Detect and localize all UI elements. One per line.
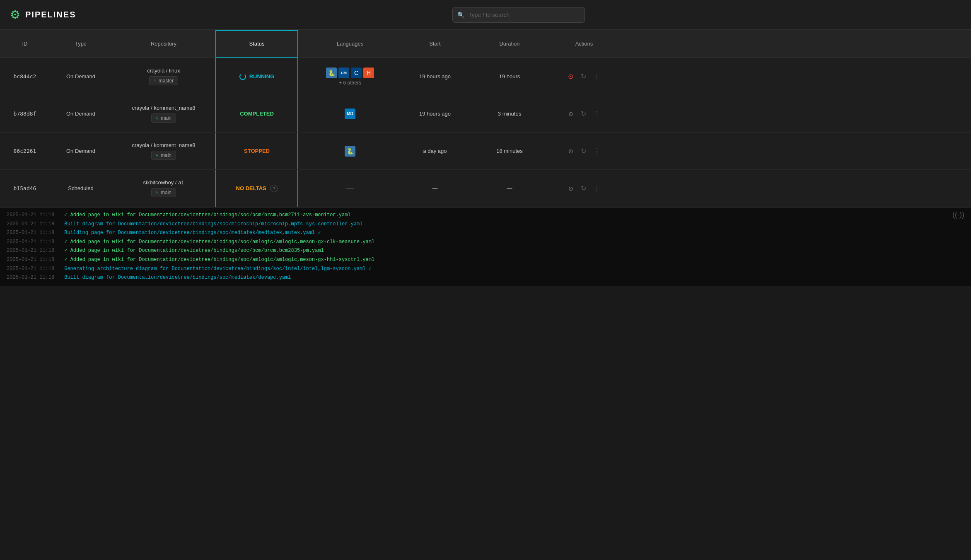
table-row: b788d8fOn Demand crayola / komment_name8… xyxy=(0,95,971,133)
log-panel-wrapper: 2025-01-21 11:18 ✓ Added page in wiki fo… xyxy=(0,207,971,286)
logo-area: ⚙ PIPELINES xyxy=(10,8,76,22)
branch-icon: ⑂ xyxy=(156,153,159,158)
search-bar[interactable]: 🔍 xyxy=(452,7,585,23)
more-button[interactable]: ⋮ xyxy=(592,145,602,157)
log-message: ✓ Added page in wiki for Documentation/d… xyxy=(64,246,324,256)
table-row: 86c2261On Demand crayola / komment_name8… xyxy=(0,133,971,170)
cell-repo: sixbitcowboy / a1 ⑂ main xyxy=(112,174,215,202)
cell-start: a day ago xyxy=(402,143,468,159)
status-stopped: STOPPED xyxy=(244,148,270,154)
branch-icon: ⑂ xyxy=(156,190,159,195)
status-nodeltas: NO DELTAS ? xyxy=(236,185,278,192)
cell-actions: ⊙ ↻ ⋮ xyxy=(551,140,617,162)
cell-languages: 🐍 xyxy=(298,141,402,162)
log-line: 2025-01-21 11:18 Building page for Docum… xyxy=(7,229,964,238)
log-line: 2025-01-21 11:18 ✓ Added page in wiki fo… xyxy=(7,256,964,265)
col-repository: Repository xyxy=(112,41,215,47)
cell-status: STOPPED xyxy=(215,133,298,169)
log-line: 2025-01-21 11:18 Built diagram for Docum… xyxy=(7,273,964,282)
col-id: ID xyxy=(0,41,50,47)
more-button[interactable]: ⋮ xyxy=(592,183,602,194)
branch-name: main xyxy=(161,115,171,121)
cell-status: COMPLETED xyxy=(215,95,298,132)
log-time: 2025-01-21 11:18 xyxy=(7,246,54,256)
cell-start: — xyxy=(402,180,468,196)
cell-status: NO DELTAS ? xyxy=(215,170,298,207)
branch-name: main xyxy=(161,190,171,196)
cell-repo: crayola / komment_name8 ⑂ main xyxy=(112,137,215,165)
log-time: 2025-01-21 11:18 xyxy=(7,229,54,238)
log-time: 2025-01-21 11:18 xyxy=(7,265,54,274)
spinner xyxy=(239,73,246,80)
stop-button[interactable]: ⊙ xyxy=(567,109,575,119)
table-row: bc844c2On Demand crayola / linux ⑂ maste… xyxy=(0,58,971,95)
cell-duration: 18 minutes xyxy=(468,143,551,159)
cell-type: Scheduled xyxy=(50,180,112,196)
cell-duration: 19 hours xyxy=(468,68,551,84)
repo-name: crayola / linux xyxy=(147,68,180,74)
log-time: 2025-01-21 11:18 xyxy=(7,238,54,247)
cell-status: RUNNING xyxy=(215,58,298,95)
log-message: Generating architecture diagram for Docu… xyxy=(64,265,372,274)
log-panel: 2025-01-21 11:18 ✓ Added page in wiki fo… xyxy=(0,207,971,286)
main-area: ID Type Repository Status Languages Star… xyxy=(0,30,971,560)
table-body: bc844c2On Demand crayola / linux ⑂ maste… xyxy=(0,58,971,207)
stop-button[interactable]: ⊙ xyxy=(567,183,575,193)
log-time: 2025-01-21 11:18 xyxy=(7,220,54,229)
stop-button[interactable]: ⊙ xyxy=(566,71,575,82)
branch-badge: ⑂ main xyxy=(151,188,176,197)
app-title: PIPELINES xyxy=(25,10,76,19)
more-button[interactable]: ⋮ xyxy=(592,71,602,82)
help-icon[interactable]: ? xyxy=(270,185,278,192)
search-icon: 🔍 xyxy=(457,12,464,18)
branch-icon: ⑂ xyxy=(154,78,157,83)
col-duration: Duration xyxy=(468,41,551,47)
col-actions: Actions xyxy=(551,41,617,47)
col-languages: Languages xyxy=(298,41,402,47)
status-running: RUNNING xyxy=(239,73,275,80)
cell-type: On Demand xyxy=(50,143,112,159)
cell-start: 19 hours ago xyxy=(402,106,468,122)
retry-button[interactable]: ↻ xyxy=(579,183,588,194)
status-completed: COMPLETED xyxy=(240,111,274,117)
log-line: 2025-01-21 11:18 Built diagram for Docum… xyxy=(7,220,964,229)
cell-languages: — xyxy=(298,179,402,198)
log-time: 2025-01-21 11:18 xyxy=(7,273,54,282)
log-message: ✓ Added page in wiki for Documentation/d… xyxy=(64,211,350,220)
cell-duration: 3 minutes xyxy=(468,106,551,122)
retry-button[interactable]: ↻ xyxy=(579,108,588,119)
search-input[interactable] xyxy=(452,7,585,23)
lang-icons: 🐍 xyxy=(345,146,355,157)
cell-languages: MD xyxy=(298,104,402,124)
branch-name: main xyxy=(161,152,171,158)
retry-button[interactable]: ↻ xyxy=(579,145,588,157)
cell-type: On Demand xyxy=(50,68,112,84)
cell-start: 19 hours ago xyxy=(402,68,468,84)
more-button[interactable]: ⋮ xyxy=(592,108,602,119)
col-type: Type xyxy=(50,41,112,47)
col-start: Start xyxy=(402,41,468,47)
lang-cmake-icon: CM xyxy=(338,68,349,78)
cell-repo: crayola / linux ⑂ master xyxy=(112,63,215,90)
log-time: 2025-01-21 11:18 xyxy=(7,256,54,265)
cell-id: 86c2261 xyxy=(0,143,50,159)
stop-button[interactable]: ⊙ xyxy=(567,146,575,156)
branch-icon: ⑂ xyxy=(156,116,159,121)
retry-button[interactable]: ↻ xyxy=(579,71,588,82)
branch-badge: ⑂ main xyxy=(151,151,176,160)
cell-languages: 🐍CMCH+ 6 others xyxy=(298,63,402,91)
lang-cpp-icon: C xyxy=(351,68,362,78)
log-line: 2025-01-21 11:18 ✓ Added page in wiki fo… xyxy=(7,238,964,247)
lang-icons: MD xyxy=(345,109,355,119)
cell-type: On Demand xyxy=(50,106,112,122)
others-count: + 6 others xyxy=(339,80,361,86)
branch-badge: ⑂ main xyxy=(151,113,176,123)
log-message: Built diagram for Documentation/devicetr… xyxy=(64,220,362,229)
logo-icon: ⚙ xyxy=(10,8,20,22)
repo-name: crayola / komment_name8 xyxy=(132,142,195,148)
table-row: b15ad46Scheduled sixbitcowboy / a1 ⑂ mai… xyxy=(0,170,971,207)
lang-python-icon: 🐍 xyxy=(345,146,355,157)
log-line: 2025-01-21 11:18 ✓ Added page in wiki fo… xyxy=(7,211,964,220)
cell-repo: crayola / komment_name8 ⑂ main xyxy=(112,100,215,128)
col-status: Status xyxy=(215,30,298,58)
